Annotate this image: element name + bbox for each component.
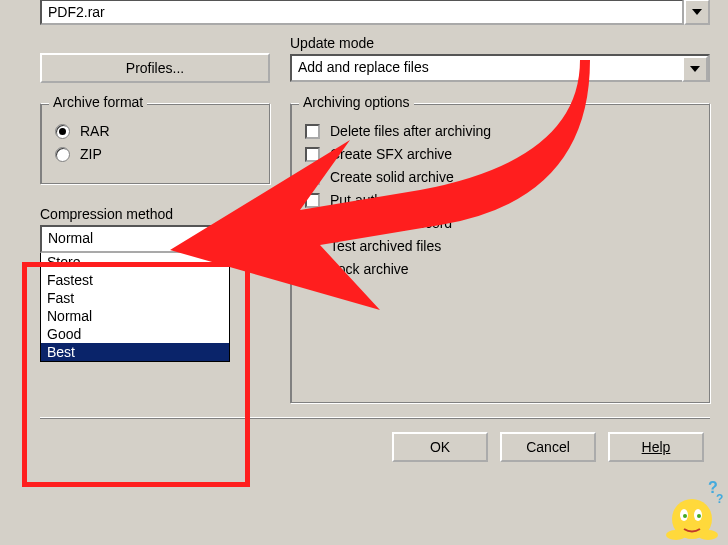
compression-option-good[interactable]: Good xyxy=(41,325,229,343)
compression-option-store[interactable]: Store xyxy=(41,253,229,271)
archiving-options-legend: Archiving options xyxy=(299,94,414,110)
checkbox-icon xyxy=(305,124,320,139)
compression-option-fastest[interactable]: Fastest xyxy=(41,271,229,289)
archive-name-field[interactable]: PDF2.rar xyxy=(40,0,710,25)
dialog-button-bar: OK Cancel Help xyxy=(40,417,710,468)
archiving-options-group: Archiving options Delete files after arc… xyxy=(290,103,710,403)
svg-point-5 xyxy=(698,530,718,540)
checkbox-test[interactable]: Test archived files xyxy=(305,238,695,254)
chevron-down-icon xyxy=(210,237,220,243)
archive-name-dropdown-button[interactable] xyxy=(684,0,710,25)
chevron-down-icon xyxy=(690,66,700,72)
checkbox-icon xyxy=(305,170,320,185)
radio-icon xyxy=(55,124,70,139)
svg-point-4 xyxy=(697,514,701,518)
checkbox-icon xyxy=(305,216,320,231)
update-mode-value: Add and replace files xyxy=(292,56,682,80)
compression-option-fast[interactable]: Fast xyxy=(41,289,229,307)
archive-format-legend: Archive format xyxy=(49,94,147,110)
checkbox-delete-after[interactable]: Delete files after archiving xyxy=(305,123,695,139)
cancel-button[interactable]: Cancel xyxy=(500,432,596,462)
archive-name-input[interactable]: PDF2.rar xyxy=(40,0,684,25)
svg-point-6 xyxy=(666,530,686,540)
checkbox-icon xyxy=(305,262,320,277)
radio-rar-label: RAR xyxy=(80,123,110,139)
compression-method-value: Normal xyxy=(42,227,202,251)
update-mode-select[interactable]: Add and replace files xyxy=(290,54,710,82)
compression-method-dropdown-list[interactable]: Store Fastest Fast Normal Good Best xyxy=(40,253,230,362)
compression-option-best[interactable]: Best xyxy=(41,343,229,361)
svg-text:?: ? xyxy=(716,492,723,506)
help-button[interactable]: Help xyxy=(608,432,704,462)
radio-zip-label: ZIP xyxy=(80,146,102,162)
checkbox-solid[interactable]: Create solid archive xyxy=(305,169,695,185)
archive-format-group: Archive format RAR ZIP xyxy=(40,103,270,184)
checkbox-lock[interactable]: Lock archive xyxy=(305,261,695,277)
chevron-down-icon xyxy=(692,9,702,15)
checkbox-icon xyxy=(305,147,320,162)
checkbox-sfx[interactable]: Create SFX archive xyxy=(305,146,695,162)
radio-rar[interactable]: RAR xyxy=(55,123,255,139)
checkbox-recovery[interactable]: Put recovery record xyxy=(305,215,695,231)
checkbox-authenticity[interactable]: Put authenticity verification xyxy=(305,192,695,208)
compression-option-normal[interactable]: Normal xyxy=(41,307,229,325)
radio-icon xyxy=(55,147,70,162)
checkbox-icon xyxy=(305,239,320,254)
thinking-emoji-icon: ? ? xyxy=(662,479,726,543)
ok-button[interactable]: OK xyxy=(392,432,488,462)
update-mode-label: Update mode xyxy=(290,35,710,51)
update-mode-dropdown-button[interactable] xyxy=(682,56,708,82)
winrar-dialog: Archive name PDF2.rar Profiles... Update… xyxy=(0,0,720,478)
compression-method-dropdown-button[interactable] xyxy=(202,227,228,253)
radio-zip[interactable]: ZIP xyxy=(55,146,255,162)
svg-point-3 xyxy=(683,514,687,518)
checkbox-icon xyxy=(305,193,320,208)
compression-method-select[interactable]: Normal xyxy=(40,225,230,253)
profiles-button[interactable]: Profiles... xyxy=(40,53,270,83)
compression-method-label: Compression method xyxy=(40,206,270,222)
